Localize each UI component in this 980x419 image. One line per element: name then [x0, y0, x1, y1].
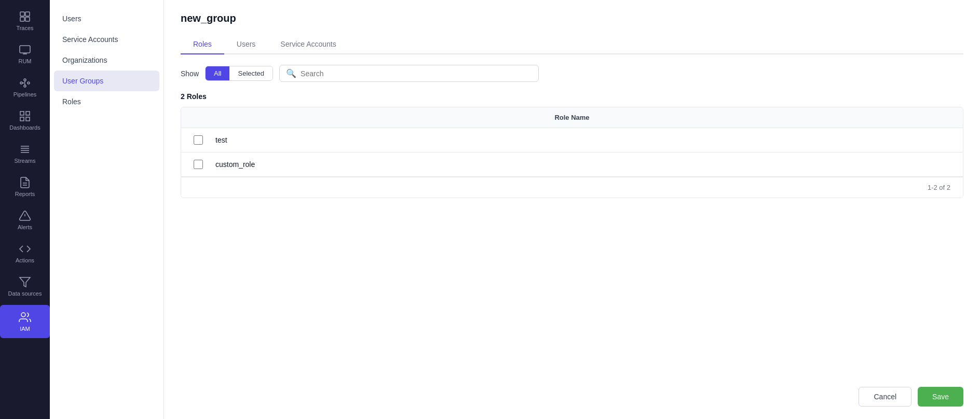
search-box: 🔍 — [279, 65, 539, 82]
svg-rect-11 — [20, 117, 24, 121]
svg-rect-3 — [25, 17, 30, 21]
sidebar-item-user-groups[interactable]: User Groups — [54, 71, 159, 91]
filter-all-button[interactable]: All — [206, 66, 229, 80]
nav-item-iam[interactable]: IAM — [0, 305, 50, 338]
sidebar-item-service-accounts[interactable]: Service Accounts — [50, 29, 164, 50]
sidebar-item-organizations[interactable]: Organizations — [50, 50, 164, 71]
page-title: new_group — [181, 12, 963, 24]
tab-service-accounts[interactable]: Service Accounts — [268, 35, 348, 54]
nav-item-rum[interactable]: RUM — [0, 37, 50, 71]
svg-rect-1 — [25, 12, 30, 16]
nav-item-alerts[interactable]: Alerts — [0, 203, 50, 236]
svg-rect-9 — [20, 111, 24, 115]
nav-item-pipelines[interactable]: Pipelines — [0, 71, 50, 104]
search-icon: 🔍 — [286, 68, 296, 78]
table-row: custom_role — [181, 152, 963, 177]
svg-rect-2 — [20, 17, 24, 21]
nav-item-reports[interactable]: Reports — [0, 170, 50, 203]
footer-buttons: Cancel Save — [859, 387, 963, 407]
tab-roles[interactable]: Roles — [181, 35, 224, 54]
cancel-button[interactable]: Cancel — [859, 387, 911, 407]
svg-rect-0 — [20, 12, 24, 16]
nav-item-dashboards[interactable]: Dashboards — [0, 104, 50, 137]
nav-item-traces[interactable]: Traces — [0, 4, 50, 37]
save-button[interactable]: Save — [918, 387, 963, 407]
svg-point-18 — [21, 313, 25, 317]
filter-label: Show — [181, 69, 199, 78]
row-checkbox-custom-role[interactable] — [194, 160, 203, 169]
table-header: Role Name — [181, 107, 963, 128]
pagination: 1-2 of 2 — [181, 177, 963, 198]
icon-nav: Traces RUM Pipelines Dashboards Streams … — [0, 0, 50, 419]
svg-point-6 — [28, 82, 30, 84]
table-row: test — [181, 128, 963, 152]
main-content: new_group Roles Users Service Accounts S… — [164, 0, 980, 419]
roles-table: Role Name test custom_role 1-2 of 2 — [181, 107, 963, 198]
svg-rect-4 — [20, 46, 30, 53]
filter-selected-button[interactable]: Selected — [229, 66, 273, 80]
role-name-custom-role: custom_role — [215, 160, 950, 169]
svg-rect-10 — [26, 111, 30, 115]
role-name-test: test — [215, 136, 950, 144]
search-input[interactable] — [301, 69, 532, 78]
tabs: Roles Users Service Accounts — [181, 35, 963, 54]
svg-marker-17 — [20, 277, 30, 287]
nav-item-actions[interactable]: Actions — [0, 236, 50, 270]
svg-rect-12 — [26, 117, 30, 121]
filter-buttons: All Selected — [205, 66, 273, 81]
nav-item-streams[interactable]: Streams — [0, 137, 50, 170]
roles-count: 2 Roles — [181, 92, 963, 101]
tab-users[interactable]: Users — [224, 35, 268, 54]
sidebar: Users Service Accounts Organizations Use… — [50, 0, 164, 419]
filter-row: Show All Selected 🔍 — [181, 65, 963, 82]
svg-point-8 — [24, 85, 26, 87]
sidebar-item-users[interactable]: Users — [50, 8, 164, 29]
svg-point-5 — [20, 82, 22, 84]
svg-point-7 — [24, 79, 26, 81]
row-checkbox-test[interactable] — [194, 135, 203, 145]
nav-item-datasources[interactable]: Data sources — [0, 270, 50, 303]
sidebar-item-roles[interactable]: Roles — [50, 91, 164, 112]
